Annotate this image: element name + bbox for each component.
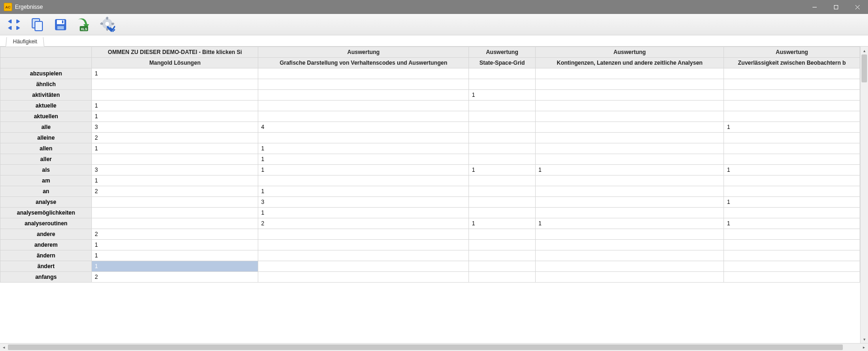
header-col-3b[interactable]: State-Space-Grid — [469, 58, 536, 68]
cell[interactable] — [724, 261, 860, 272]
cell[interactable]: 2 — [92, 272, 258, 283]
row-header[interactable]: aktuellen — [0, 111, 92, 122]
cell[interactable]: 1 — [258, 186, 469, 197]
cell[interactable] — [535, 261, 723, 272]
cell[interactable]: 1 — [724, 197, 860, 208]
cell[interactable] — [724, 186, 860, 197]
header-col-1b[interactable]: Mangold Lösungen — [92, 58, 258, 68]
cell[interactable]: 1 — [469, 218, 536, 229]
row-header[interactable]: analysemöglichkeiten — [0, 208, 92, 218]
cell[interactable] — [724, 143, 860, 154]
cell[interactable] — [469, 229, 536, 240]
cell[interactable] — [92, 79, 258, 90]
cell[interactable] — [535, 272, 723, 283]
cell[interactable] — [469, 240, 536, 250]
cell[interactable] — [535, 122, 723, 133]
cell[interactable] — [469, 208, 536, 218]
hscroll-track[interactable] — [8, 344, 860, 351]
header-corner[interactable] — [0, 47, 92, 58]
cell[interactable] — [535, 250, 723, 261]
row-header[interactable]: aktuelle — [0, 101, 92, 111]
cell[interactable] — [469, 68, 536, 79]
cell[interactable]: 1 — [92, 261, 258, 272]
header-col-3a[interactable]: Auswertung — [469, 47, 536, 58]
cell[interactable]: 1 — [92, 240, 258, 250]
cell[interactable]: 3 — [92, 165, 258, 176]
cell[interactable] — [92, 154, 258, 165]
cell[interactable] — [258, 68, 469, 79]
horizontal-scrollbar[interactable]: ◂ ▸ — [0, 343, 868, 351]
tab-frequency[interactable]: Häufigkeit — [6, 37, 44, 47]
cell[interactable]: 2 — [92, 186, 258, 197]
cell[interactable]: 1 — [92, 250, 258, 261]
row-header[interactable]: anderem — [0, 240, 92, 250]
vertical-scrollbar[interactable]: ▴ ▾ — [860, 47, 868, 343]
row-header[interactable]: aktivitäten — [0, 90, 92, 101]
cell[interactable] — [258, 261, 469, 272]
row-header[interactable]: aller — [0, 154, 92, 165]
scroll-right-button[interactable]: ▸ — [860, 344, 868, 351]
cell[interactable] — [469, 101, 536, 111]
cell[interactable] — [535, 111, 723, 122]
cell[interactable]: 1 — [535, 165, 723, 176]
cell[interactable] — [92, 197, 258, 208]
cell[interactable] — [724, 208, 860, 218]
row-header[interactable]: analyseroutinen — [0, 218, 92, 229]
cell[interactable] — [724, 250, 860, 261]
cell[interactable] — [535, 143, 723, 154]
cell[interactable]: 4 — [258, 122, 469, 133]
cell[interactable] — [535, 240, 723, 250]
cell[interactable] — [724, 90, 860, 101]
cell[interactable] — [724, 79, 860, 90]
row-header[interactable]: an — [0, 186, 92, 197]
cell[interactable]: 3 — [92, 122, 258, 133]
cell[interactable] — [258, 111, 469, 122]
row-header[interactable]: alleine — [0, 133, 92, 143]
cell[interactable] — [258, 229, 469, 240]
cell[interactable] — [92, 90, 258, 101]
cell[interactable] — [469, 261, 536, 272]
cell[interactable] — [535, 133, 723, 143]
vscroll-thumb[interactable] — [861, 54, 867, 82]
cell[interactable] — [469, 197, 536, 208]
cell[interactable]: 1 — [258, 143, 469, 154]
cell[interactable]: 1 — [535, 218, 723, 229]
cell[interactable] — [535, 176, 723, 186]
cell[interactable] — [535, 229, 723, 240]
save-button[interactable] — [51, 15, 70, 34]
cell[interactable]: 2 — [258, 218, 469, 229]
cell[interactable]: 1 — [724, 165, 860, 176]
cell[interactable] — [92, 218, 258, 229]
cell[interactable] — [724, 154, 860, 165]
cell[interactable]: 1 — [724, 218, 860, 229]
cell[interactable] — [469, 143, 536, 154]
cell[interactable] — [469, 186, 536, 197]
column-nav-button[interactable] — [5, 15, 23, 34]
cell[interactable] — [535, 90, 723, 101]
header-col-2a[interactable]: Auswertung — [258, 47, 469, 58]
row-header[interactable]: andere — [0, 229, 92, 240]
row-header[interactable]: als — [0, 165, 92, 176]
row-header[interactable]: ändert — [0, 261, 92, 272]
scroll-left-button[interactable]: ◂ — [0, 344, 8, 351]
cell[interactable]: 1 — [258, 154, 469, 165]
row-header[interactable]: ähnlich — [0, 79, 92, 90]
row-header[interactable]: ändern — [0, 250, 92, 261]
cell[interactable] — [469, 250, 536, 261]
cell[interactable] — [535, 197, 723, 208]
cell[interactable] — [535, 186, 723, 197]
cell[interactable] — [724, 101, 860, 111]
cell[interactable] — [724, 272, 860, 283]
row-header[interactable]: allen — [0, 143, 92, 154]
cell[interactable] — [258, 176, 469, 186]
maximize-button[interactable] — [825, 0, 847, 14]
header-col-5a[interactable]: Auswertung — [724, 47, 860, 58]
cell[interactable] — [724, 111, 860, 122]
cell[interactable] — [258, 250, 469, 261]
close-button[interactable] — [847, 0, 868, 14]
cell[interactable]: 3 — [258, 197, 469, 208]
row-header[interactable]: anfangs — [0, 272, 92, 283]
cell[interactable]: 1 — [92, 68, 258, 79]
header-corner-2[interactable] — [0, 58, 92, 68]
minimize-button[interactable] — [804, 0, 825, 14]
